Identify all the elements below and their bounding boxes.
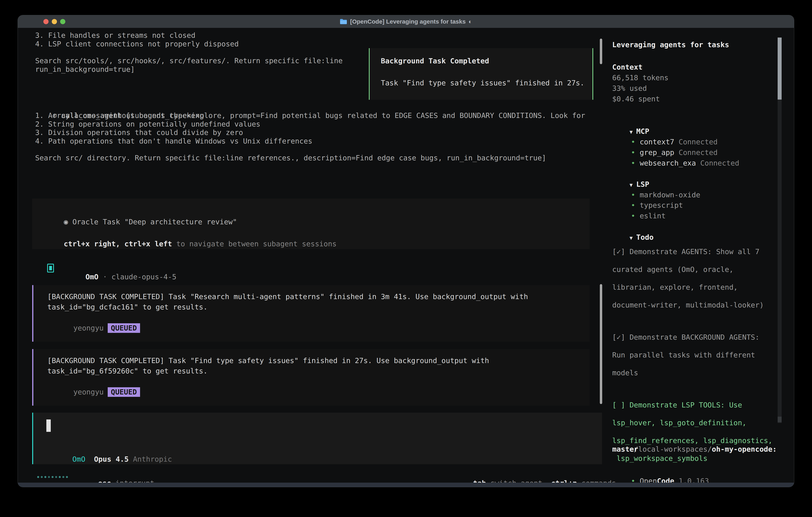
tool-call-line: ⚙ call_omo_agent [subagent_type=explore,… [35, 103, 585, 111]
chat-scrollback-line: 3. File handles or streams not closed [35, 31, 195, 39]
folder-icon [340, 19, 347, 25]
workspace-path-dim: ~/local-workspaces/ [630, 445, 712, 453]
todo-item-active: [ ] Demonstrate LSP TOOLS: Use lsp_hover… [612, 392, 782, 471]
separator-dot [98, 273, 103, 281]
window-title: [OpenCode] Leveraging agents for tasks [350, 18, 466, 25]
spinner-dots [37, 472, 69, 481]
oracle-task-panel[interactable]: ◉ Oracle Task "Deep architecture review"… [32, 198, 590, 249]
opencode-version-row: •OpenCode 1.0.163 [614, 465, 709, 475]
lsp-item-name: eslint [640, 212, 666, 220]
agent-omo-icon [47, 264, 54, 272]
input-model-name[interactable]: Opus 4.5 [94, 455, 128, 463]
agent-model: claude-opus-4-5 [112, 273, 176, 281]
queued-status-badge: QUEUED [108, 323, 140, 333]
window-bottom-strip [18, 483, 794, 487]
lsp-item: •markdown-oxide [614, 179, 700, 190]
mcp-item: •context7 Connected [614, 126, 718, 137]
terminal-window: [OpenCode] Leveraging agents for tasks ◐… [18, 15, 794, 487]
mcp-item-name: websearch_exa [640, 159, 696, 167]
message-author: yeongyu [73, 388, 104, 396]
close-window-button[interactable] [44, 19, 49, 24]
oracle-task-title: Oracle Task "Deep architecture review" [72, 218, 237, 226]
chat-scrollback-line: 4. LSP client connections not properly d… [35, 39, 239, 48]
tool-call-tail: Search src/ directory. Return specific f… [35, 154, 546, 162]
message-author: yeongyu [73, 324, 104, 332]
sidebar-todo-heading[interactable]: ▼Todo [612, 221, 654, 232]
sidebar-scrollbar-endcap [778, 417, 782, 422]
tool-call-item: 3. Division operations that could divide… [35, 128, 243, 137]
statusbar-right: tab switch agent ctrl+p commands [456, 470, 616, 479]
oracle-task-title-line: ◉ Oracle Task "Deep architecture review" [38, 209, 237, 218]
chat-scrollback-line: Search src/tools/, src/hooks/, src/featu… [35, 56, 343, 65]
session-half-circle-icon: ◐ [468, 18, 472, 25]
input-provider-name: Anthropic [133, 455, 172, 463]
chat-scrollbar-thumb[interactable] [600, 284, 602, 404]
tool-call-item: 4. Path operations that don't handle Win… [35, 137, 312, 145]
workspace-branch: master [612, 444, 638, 455]
window-title-group: [OpenCode] Leveraging agents for tasks ◐ [340, 18, 472, 25]
oracle-hint-text: to navigate between subagent sessions [172, 240, 337, 248]
queued-status-badge: QUEUED [108, 387, 140, 397]
statusbar-left: esc interrupt [81, 470, 154, 479]
input-agent-name[interactable]: OmO [72, 455, 85, 463]
prompt-input[interactable]: OmO Opus 4.5 Anthropic [32, 413, 602, 464]
minimize-window-button[interactable] [52, 19, 57, 24]
message-panel: [BACKGROUND TASK COMPLETED] Task "Find t… [32, 349, 590, 406]
toast-body: Task "Find type safety issues" finished … [381, 79, 584, 87]
lsp-item: •typescript [614, 189, 683, 200]
text-cursor [46, 419, 51, 432]
oracle-hint-line: ctrl+x right, ctrl+x left to navigate be… [38, 231, 337, 240]
agent-header: OmO · claude-opus-4-5 [68, 264, 176, 272]
sidebar-mcp-heading[interactable]: ▼MCP [612, 115, 649, 126]
input-model-row: OmO Opus 4.5 Anthropic [46, 446, 172, 455]
background-task-toast[interactable]: Background Task Completed Task "Find typ… [369, 48, 593, 100]
sidebar-context-heading: Context [612, 62, 643, 72]
message-line: task_id="bg_dcfac161" to get results. [47, 303, 208, 311]
mcp-item: •websearch_exa Connected [614, 147, 739, 158]
sidebar-scrollbar-thumb[interactable] [778, 37, 782, 100]
chat-scrollbar-thumb-top[interactable] [600, 38, 602, 64]
message-line: [BACKGROUND TASK COMPLETED] Task "Find t… [47, 356, 489, 365]
title-bar: [OpenCode] Leveraging agents for tasks ◐ [18, 15, 794, 28]
status-dot-icon: • [631, 212, 635, 220]
toast-title: Background Task Completed [381, 57, 489, 65]
oracle-hint-keys: ctrl+x right, ctrl+x left [64, 240, 172, 248]
message-line: task_id="bg_6f59260c" to get results. [47, 366, 208, 375]
tool-call-item: 2. String operations on potentially unde… [35, 120, 260, 128]
context-spent: $0.46 spent [612, 93, 660, 104]
workspace-path-bold: oh-my-opencode: [712, 445, 777, 453]
agent-name: OmO [86, 273, 98, 281]
context-used: 33% used [612, 83, 647, 93]
message-panel: [BACKGROUND TASK COMPLETED] Task "Resear… [32, 285, 590, 342]
sidebar-lsp-heading[interactable]: ▼LSP [612, 168, 649, 179]
todo-item-done: [✓] Demonstrate BACKGROUND AGENTS: Run p… [612, 325, 782, 385]
lsp-item: •eslint [614, 200, 666, 211]
separator-dot: · [103, 273, 107, 281]
message-line: [BACKGROUND TASK COMPLETED] Task "Resear… [47, 292, 528, 301]
mcp-item: •grep_app Connected [614, 137, 718, 147]
maximize-window-button[interactable] [60, 19, 65, 24]
message-author-row: yeongyuQUEUED [47, 379, 140, 387]
sidebar-session-title: Leveraging agents for tasks [612, 39, 729, 50]
status-dot-icon: • [631, 159, 635, 167]
context-tokens: 66,518 tokens [612, 72, 669, 83]
tool-call-item: 1. Array access without bounds checking [35, 111, 204, 120]
todo-item-done: [✓] Demonstrate AGENTS: Show all 7 curat… [612, 239, 782, 318]
workspace-path: ~/local-workspaces/oh-my-opencode: [612, 433, 777, 444]
message-author-row: yeongyuQUEUED [47, 315, 140, 323]
mcp-item-status: Connected [700, 159, 739, 167]
chat-scrollback-line: run_in_background=true] [35, 65, 135, 74]
oracle-icon: ◉ [64, 218, 68, 226]
